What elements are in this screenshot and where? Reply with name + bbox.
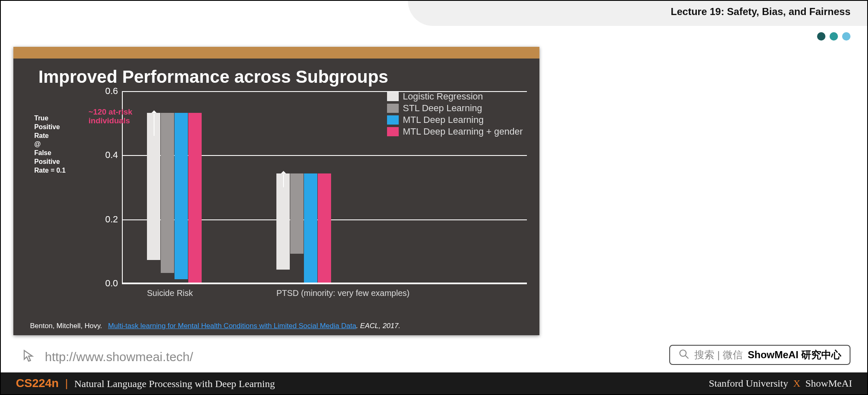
footer-x: X xyxy=(793,378,800,389)
slide-title: Improved Performance across Subgroups xyxy=(13,59,539,91)
y-tick: 0.6 xyxy=(105,86,118,97)
dot-icon xyxy=(830,32,838,41)
dot-icon xyxy=(817,32,825,41)
course-code: CS224n xyxy=(16,377,59,390)
legend-label: STL Deep Learning xyxy=(403,103,482,114)
bar-group xyxy=(276,173,331,283)
svg-line-1 xyxy=(686,355,689,359)
y-tick: 0.2 xyxy=(105,214,118,225)
bar xyxy=(188,113,202,283)
bar xyxy=(161,113,174,273)
legend-item: MTL Deep Learning xyxy=(387,115,523,125)
legend-item: MTL Deep Learning + gender xyxy=(387,126,523,137)
lecture-title: Lecture 19: Safety, Bias, and Fairness xyxy=(671,6,850,18)
bar xyxy=(318,173,331,283)
citation-authors: Benton, Mitchell, Hovy. xyxy=(30,322,102,330)
embedded-slide: Improved Performance across Subgroups Tr… xyxy=(13,47,539,335)
search-icon xyxy=(678,349,689,361)
slide-topbar xyxy=(13,47,539,59)
legend-swatch xyxy=(387,115,399,125)
arrow-icon xyxy=(283,174,284,187)
search-hint: 搜索 | 微信 xyxy=(694,348,743,362)
legend-label: MTL Deep Learning xyxy=(403,115,484,125)
citation: Benton, Mitchell, Hovy. Multi-task learn… xyxy=(30,322,523,330)
y-axis-label: TruePositiveRate@FalsePositiveRate = 0.1 xyxy=(34,114,84,175)
legend-swatch xyxy=(387,127,399,136)
legend-item: Logistic Regression xyxy=(387,91,523,102)
decorative-dots xyxy=(817,32,850,41)
gridline xyxy=(122,283,527,284)
footer-org-b: ShowMeAI xyxy=(805,378,852,389)
cursor-icon xyxy=(22,349,37,365)
legend-label: Logistic Regression xyxy=(403,91,483,102)
separator: | xyxy=(65,377,68,390)
footer-bar: CS224n | Natural Language Processing wit… xyxy=(1,372,867,394)
legend-swatch xyxy=(387,92,399,101)
footer-org-a: Stanford University xyxy=(709,378,788,389)
arrow-icon xyxy=(154,114,154,136)
citation-venue: . EACL, 2017. xyxy=(356,322,400,330)
plot-area: Logistic RegressionSTL Deep LearningMTL … xyxy=(109,91,527,283)
svg-point-0 xyxy=(680,350,686,356)
search-box[interactable]: 搜索 | 微信 ShowMeAI 研究中心 xyxy=(669,345,850,365)
y-tick: 0.0 xyxy=(105,278,118,289)
url-row: http://www.showmeai.tech/ 搜索 | 微信 ShowMe… xyxy=(22,345,850,365)
legend-label: MTL Deep Learning + gender xyxy=(403,126,523,137)
course-subtitle: Natural Language Processing with Deep Le… xyxy=(74,378,275,389)
dot-icon xyxy=(842,32,850,41)
bar xyxy=(175,113,188,280)
search-brand: ShowMeAI 研究中心 xyxy=(748,348,841,362)
bar xyxy=(304,173,317,283)
chart: TruePositiveRate@FalsePositiveRate = 0.1… xyxy=(30,91,523,300)
bar xyxy=(290,173,304,254)
x-category-label: PTSD (minority: very few examples) xyxy=(276,288,410,298)
source-url[interactable]: http://www.showmeai.tech/ xyxy=(45,350,193,364)
x-category-label: Suicide Risk xyxy=(147,288,193,298)
bar-group xyxy=(147,113,202,283)
legend-item: STL Deep Learning xyxy=(387,103,523,114)
gridline xyxy=(122,91,527,92)
legend-swatch xyxy=(387,104,399,113)
bar xyxy=(276,173,290,270)
annotation-text: ~120 at-riskindividuals xyxy=(89,108,132,125)
citation-link[interactable]: Multi-task learning for Mental Health Co… xyxy=(108,322,356,330)
y-tick: 0.4 xyxy=(105,150,118,161)
legend: Logistic RegressionSTL Deep LearningMTL … xyxy=(387,91,523,138)
